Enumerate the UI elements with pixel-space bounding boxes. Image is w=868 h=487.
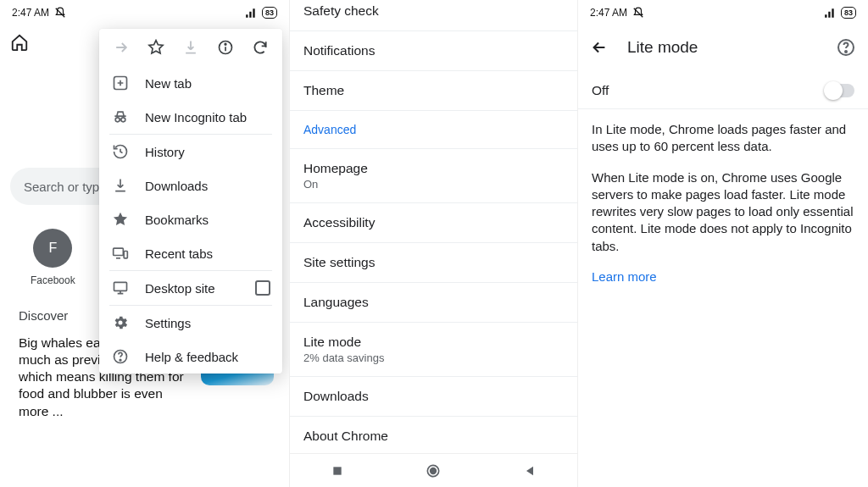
svg-rect-7 [114,248,124,255]
signal-icon [245,8,257,18]
plus-box-icon [111,75,130,91]
gear-icon [111,314,130,331]
svg-rect-8 [124,252,127,258]
shortcut-label: Facebook [31,274,75,286]
status-bar: 2:47 AM 83 [578,0,868,25]
menu-label: Settings [145,316,191,330]
menu-settings[interactable]: Settings [99,306,282,340]
nav-recent-icon[interactable] [331,464,344,478]
menu-history[interactable]: History [99,135,282,169]
monitor-icon [111,279,130,296]
help-icon[interactable] [836,37,856,58]
menu-downloads[interactable]: Downloads [99,169,282,202]
menu-desktop-site[interactable]: Desktop site [99,271,282,305]
description-para: When Lite mode is on, Chrome uses Google… [592,169,854,255]
menu-recent-tabs[interactable]: Recent tabs [99,236,282,270]
svg-point-6 [121,118,125,122]
learn-more-link[interactable]: Learn more [592,269,657,284]
menu-incognito[interactable]: New Incognito tab [99,100,282,134]
shortcut-facebook[interactable]: F Facebook [31,229,75,286]
menu-new-tab[interactable]: New tab [99,66,282,100]
lite-mode-screen: 2:47 AM 83 Lite mode Off In Lite mode, C… [578,0,868,487]
download-arrow-icon [111,177,130,194]
incognito-icon [111,108,130,125]
setting-lite-mode[interactable]: Lite mode 2% data savings [290,323,577,377]
description-para: In Lite mode, Chrome loads pages faster … [592,121,854,156]
back-icon[interactable] [590,38,609,57]
menu-toolbar [99,29,282,66]
battery-indicator: 83 [262,7,277,19]
setting-subtext: 2% data savings [303,351,564,364]
description-body: In Lite mode, Chrome loads pages faster … [578,109,868,311]
menu-label: Bookmarks [145,213,209,227]
history-icon [111,143,130,160]
setting-homepage[interactable]: Homepage On [290,149,577,203]
svg-point-17 [845,51,847,53]
menu-label: Recent tabs [145,246,213,261]
shortcut-avatar: F [33,229,72,268]
clock-text: 2:47 AM [590,7,627,19]
setting-accessibility[interactable]: Accessibility [290,203,577,243]
lite-mode-toggle-row[interactable]: Off [578,69,868,109]
setting-about[interactable]: About Chrome [290,417,577,456]
clock-text: 2:47 AM [12,7,49,19]
setting-languages[interactable]: Languages [290,283,577,323]
setting-downloads[interactable]: Downloads [290,377,577,417]
dnd-icon [54,7,66,19]
refresh-icon[interactable] [248,39,272,56]
setting-notifications[interactable]: Notifications [290,31,577,71]
overflow-menu: New tab New Incognito tab History Downlo… [99,29,282,374]
svg-rect-12 [333,467,341,474]
search-placeholder: Search or type [24,180,107,194]
setting-safety-check[interactable]: Safety check [290,0,577,31]
menu-label: History [145,145,185,159]
svg-point-3 [225,43,226,45]
page-title: Lite mode [627,38,817,57]
chrome-settings-screen: Safety check Notifications Theme Advance… [289,0,578,487]
menu-label: New tab [145,76,192,91]
info-icon[interactable] [214,39,237,56]
menu-bookmarks[interactable]: Bookmarks [99,202,282,236]
setting-site-settings[interactable]: Site settings [290,243,577,283]
svg-point-14 [431,468,437,473]
menu-help[interactable]: Help & feedback [99,340,282,374]
toggle-label: Off [592,83,609,98]
nav-home-icon[interactable] [425,462,442,479]
nav-back-icon[interactable] [523,464,537,478]
menu-label: Desktop site [145,281,215,296]
forward-icon [109,39,133,56]
dnd-icon [632,7,644,19]
battery-indicator: 83 [841,7,856,19]
android-navbar [290,453,577,487]
setting-subtext: On [303,178,564,191]
home-icon[interactable] [8,31,31,53]
chrome-new-tab-screen: 2:47 AM 83 Search or type F Facebook L L [0,0,289,487]
svg-point-5 [115,118,120,122]
status-bar: 2:47 AM 83 [0,0,289,25]
download-icon [179,39,203,56]
section-header-advanced: Advanced [290,111,577,149]
checkbox-empty-icon[interactable] [255,280,270,296]
signal-icon [824,8,836,18]
appbar: Lite mode [578,25,868,69]
toggle-switch-off[interactable] [826,84,854,97]
menu-label: New Incognito tab [145,110,247,125]
svg-point-11 [120,359,121,361]
menu-label: Downloads [145,179,208,193]
svg-rect-9 [114,282,127,291]
star-filled-icon [111,211,130,228]
devices-icon [111,245,130,262]
help-icon [111,348,130,365]
menu-label: Help & feedback [145,350,238,364]
setting-theme[interactable]: Theme [290,71,577,111]
star-icon[interactable] [144,39,168,56]
